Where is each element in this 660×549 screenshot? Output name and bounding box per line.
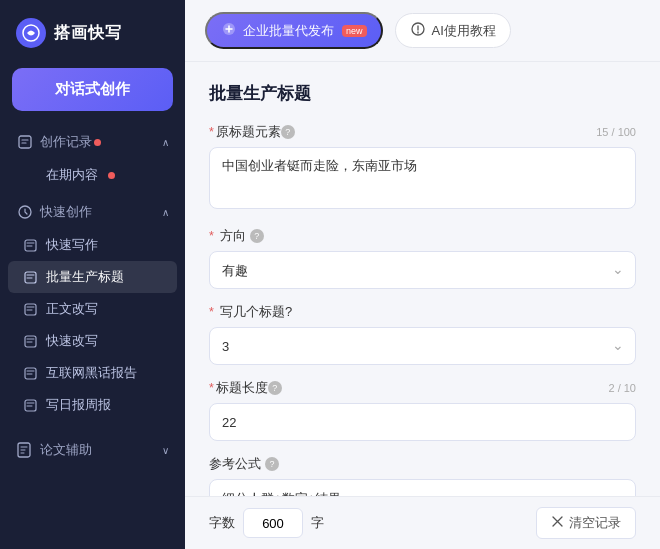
direction-select-wrapper: 有趣 专业 情感 励志 <box>209 251 636 289</box>
sidebar-item-recent-label: 在期内容 <box>46 166 98 184</box>
count-label: 写几个标题? <box>220 303 292 321</box>
formula-label: 参考公式 <box>209 455 261 473</box>
ai-tutorial-btn[interactable]: AI使用教程 <box>395 13 511 48</box>
quick-create-icon <box>16 203 34 221</box>
sidebar-item-rewrite-label: 正文改写 <box>46 300 98 318</box>
bottombar: 字数 字 清空记录 <box>185 496 660 549</box>
title-length-count: 2 / 10 <box>608 382 636 394</box>
direction-group: * 方向 ? 有趣 专业 情感 励志 <box>209 227 636 289</box>
rewrite-icon <box>22 301 38 317</box>
svg-rect-1 <box>19 136 31 148</box>
original-elements-group: * 原标题元素 ? 15 / 100 <box>209 123 636 213</box>
main-content: 企业批量代发布 new AI使用教程 批量生产标题 * 原标题元素 ? 15 /… <box>185 0 660 549</box>
title-length-info-icon[interactable]: ? <box>268 381 282 395</box>
cta-button[interactable]: 对话式创作 <box>12 68 173 111</box>
title-length-label-row: * 标题长度 ? 2 / 10 <box>209 379 636 397</box>
logo-text: 搭画快写 <box>54 23 122 44</box>
clear-btn[interactable]: 清空记录 <box>536 507 636 539</box>
sidebar-item-batch-title[interactable]: 批量生产标题 <box>8 261 177 293</box>
quick-create-label: 快速创作 <box>40 203 92 221</box>
logo-icon <box>16 18 46 48</box>
recent-icon <box>22 167 38 183</box>
sidebar-item-recent[interactable]: 在期内容 <box>8 159 177 191</box>
ai-tutorial-icon <box>410 21 426 40</box>
thesis-label: 论文辅助 <box>40 441 92 459</box>
quick-create-section: 快速创作 ∧ 快速写作 批量生产标题 正文改写 快速改写 <box>0 195 185 425</box>
formula-select-wrapper: 细分人群+数字+结果 疑问句式 对比式 数字列举 <box>209 479 636 496</box>
creation-record-label: 创作记录 <box>40 133 92 151</box>
sidebar-logo: 搭画快写 <box>0 0 185 62</box>
count-select-wrapper: 1 2 3 4 5 <box>209 327 636 365</box>
direction-info-icon[interactable]: ? <box>250 229 264 243</box>
title-length-label: 标题长度 <box>216 379 268 397</box>
batch-title-icon <box>22 269 38 285</box>
enterprise-icon <box>221 21 237 40</box>
direction-label: 方向 <box>220 227 246 245</box>
req-star-2: * <box>209 229 214 243</box>
creation-record-header[interactable]: 创作记录 ∧ <box>0 125 185 159</box>
count-label-row: * 写几个标题? <box>209 303 636 321</box>
title-length-input[interactable] <box>209 403 636 441</box>
daily-report-icon <box>22 397 38 413</box>
clear-icon <box>551 515 564 531</box>
word-count-unit: 字 <box>311 514 324 532</box>
topbar: 企业批量代发布 new AI使用教程 <box>185 0 660 62</box>
quick-rewrite-icon <box>22 333 38 349</box>
clear-btn-label: 清空记录 <box>569 514 621 532</box>
word-count-input[interactable] <box>243 508 303 538</box>
internet-report-icon <box>22 365 38 381</box>
recent-badge <box>108 172 115 179</box>
sidebar-item-internet-report[interactable]: 互联网黑话报告 <box>8 357 177 389</box>
formula-label-row: 参考公式 ? <box>209 455 636 473</box>
original-elements-label: 原标题元素 <box>216 123 281 141</box>
page-title: 批量生产标题 <box>209 82 636 105</box>
sidebar-item-rewrite[interactable]: 正文改写 <box>8 293 177 325</box>
count-select[interactable]: 1 2 3 4 5 <box>209 327 636 365</box>
ai-tutorial-btn-label: AI使用教程 <box>432 22 496 40</box>
count-group: * 写几个标题? 1 2 3 4 5 <box>209 303 636 365</box>
enterprise-badge: new <box>342 25 367 37</box>
direction-label-row: * 方向 ? <box>209 227 636 245</box>
formula-select[interactable]: 细分人群+数字+结果 疑问句式 对比式 数字列举 <box>209 479 636 496</box>
sidebar-item-quick-rewrite-label: 快速改写 <box>46 332 98 350</box>
creation-record-badge <box>94 139 101 146</box>
sidebar-item-internet-report-label: 互联网黑话报告 <box>46 364 137 382</box>
req-star-3: * <box>209 305 214 319</box>
creation-record-icon <box>16 133 34 151</box>
word-count-label: 字数 <box>209 514 235 532</box>
original-elements-info-icon[interactable]: ? <box>281 125 295 139</box>
title-length-group: * 标题长度 ? 2 / 10 <box>209 379 636 441</box>
quick-create-header[interactable]: 快速创作 ∧ <box>0 195 185 229</box>
sidebar-item-quick-write[interactable]: 快速写作 <box>8 229 177 261</box>
enterprise-btn-label: 企业批量代发布 <box>243 22 334 40</box>
creation-record-section: 创作记录 ∧ 在期内容 <box>0 125 185 195</box>
creation-record-chevron: ∧ <box>162 137 169 148</box>
thesis-item[interactable]: 论文辅助 ∨ <box>0 433 185 467</box>
thesis-chevron: ∨ <box>162 445 169 456</box>
sidebar-item-batch-title-label: 批量生产标题 <box>46 268 124 286</box>
sidebar: 搭画快写 对话式创作 创作记录 ∧ 在期内容 <box>0 0 185 549</box>
original-elements-textarea[interactable] <box>209 147 636 209</box>
thesis-icon <box>16 442 32 458</box>
direction-select[interactable]: 有趣 专业 情感 励志 <box>209 251 636 289</box>
sidebar-item-quick-write-label: 快速写作 <box>46 236 98 254</box>
req-star-1: * <box>209 125 214 139</box>
quick-write-icon <box>22 237 38 253</box>
enterprise-btn[interactable]: 企业批量代发布 new <box>205 12 383 49</box>
sidebar-item-daily-report[interactable]: 写日报周报 <box>8 389 177 421</box>
content-area: 批量生产标题 * 原标题元素 ? 15 / 100 * 方向 ? <box>185 62 660 496</box>
sidebar-item-quick-rewrite[interactable]: 快速改写 <box>8 325 177 357</box>
quick-create-chevron: ∧ <box>162 207 169 218</box>
req-star-4: * <box>209 381 214 395</box>
sidebar-item-daily-report-label: 写日报周报 <box>46 396 111 414</box>
formula-group: 参考公式 ? 细分人群+数字+结果 疑问句式 对比式 数字列举 <box>209 455 636 496</box>
original-elements-count: 15 / 100 <box>596 126 636 138</box>
original-elements-label-row: * 原标题元素 ? 15 / 100 <box>209 123 636 141</box>
formula-info-icon[interactable]: ? <box>265 457 279 471</box>
